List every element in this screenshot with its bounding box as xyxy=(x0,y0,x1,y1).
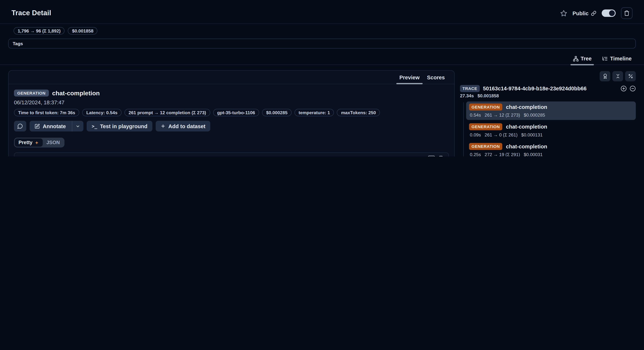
collapse-tree-button[interactable] xyxy=(630,86,636,92)
trace-root-row[interactable]: TRACE 50163c14-9784-4cb9-b18e-23e924d0bb… xyxy=(460,85,636,92)
observation-metrics: Time to first token: 7m 36s Latency: 0.5… xyxy=(14,109,449,116)
trace-row-icons xyxy=(620,86,636,92)
observation-body: GENERATION chat-completion 06/12/2024, 1… xyxy=(9,84,454,156)
tree-observation-row[interactable]: GENERATION chat-completion 0.09s 261 → 0… xyxy=(466,121,636,140)
tab-timeline-label: Timeline xyxy=(610,56,632,62)
comment-icon xyxy=(17,123,23,129)
observation-row-latency: 0.54s xyxy=(470,112,481,118)
observation-header: GENERATION chat-completion xyxy=(14,90,449,96)
metric-badge-latency: Latency: 0.54s xyxy=(82,109,122,116)
public-toggle[interactable] xyxy=(602,9,616,17)
format-pretty-button[interactable]: Pretty xyxy=(15,138,43,147)
observation-row-tokens: 272 → 19 (Σ 291) xyxy=(485,152,520,156)
trace-id: 50163c14-9784-4cb9-b18e-23e924d0bb66 xyxy=(483,86,586,92)
tree-observation-row[interactable]: GENERATION chat-completion 0.54s 261 → 1… xyxy=(466,102,636,120)
plus-icon xyxy=(161,124,166,128)
tab-scores[interactable]: Scores xyxy=(423,74,448,84)
observation-row-cost: $0.000285 xyxy=(524,112,545,118)
page-title: Trace Detail xyxy=(12,9,51,17)
expand-all-button[interactable] xyxy=(620,86,627,92)
observation-row-cost: $0.00031 xyxy=(524,152,543,156)
annotate-button[interactable]: Annotate xyxy=(30,121,84,132)
message-list: system M↓ You are a voice assistant for … xyxy=(14,152,449,156)
tree-icon xyxy=(573,56,578,61)
top-bar-actions: Public xyxy=(560,7,632,19)
observation-name: chat-completion xyxy=(52,90,100,96)
metrics-toggle-button[interactable] xyxy=(625,71,636,81)
test-in-playground-label: Test in playground xyxy=(100,123,148,129)
trace-stats: 27.34s $0.001858 xyxy=(460,93,636,98)
trace-summary-row: 1,796 → 96 (Σ 1,892) $0.001858 xyxy=(0,24,644,34)
observation-actions: Annotate >_ Test in playground xyxy=(14,121,449,132)
tree-observation-row[interactable]: GENERATION chat-completion 0.25s 272 → 1… xyxy=(466,141,636,156)
view-tabs: Tree Timeline xyxy=(0,56,644,65)
trace-type-badge: TRACE xyxy=(460,85,480,92)
chevron-down-icon xyxy=(76,124,80,128)
circle-minus-icon xyxy=(630,86,636,92)
content-area: Preview Scores GENERATION chat-completio… xyxy=(0,65,644,156)
percent-icon xyxy=(628,74,633,79)
observation-row-cost: $0.000131 xyxy=(521,132,542,137)
add-to-dataset-label: Add to dataset xyxy=(168,123,206,129)
message-role: system xyxy=(19,156,34,156)
public-label-text: Public xyxy=(572,10,588,16)
link-icon xyxy=(591,10,596,16)
tab-preview[interactable]: Preview xyxy=(396,74,423,84)
bookmark-star-button[interactable] xyxy=(560,10,567,17)
observation-row-name: chat-completion xyxy=(506,124,547,130)
edit-icon xyxy=(34,124,40,129)
panel-tabs: Preview Scores xyxy=(9,71,454,84)
metric-badge-model: gpt-35-turbo-1106 xyxy=(213,109,259,116)
metric-badge-maxtokens: maxTokens: 250 xyxy=(337,109,380,116)
tab-tree-label: Tree xyxy=(581,56,592,62)
metric-badge-ttft: Time to first token: 7m 36s xyxy=(14,109,79,116)
toggle-knob xyxy=(609,10,615,16)
trace-total-cost: $0.001858 xyxy=(478,93,499,98)
generation-type-badge: GENERATION xyxy=(469,104,502,110)
observation-row-latency: 0.09s xyxy=(470,132,481,137)
message-system: system M↓ You are a voice assistant for … xyxy=(14,152,449,156)
format-json-button[interactable]: JSON xyxy=(43,138,64,147)
star-icon xyxy=(560,10,567,17)
award-icon xyxy=(602,74,608,79)
comment-button[interactable] xyxy=(14,121,26,132)
terminal-icon: >_ xyxy=(92,124,97,129)
trace-latency: 27.34s xyxy=(460,93,474,98)
public-share-label: Public xyxy=(572,10,596,16)
observation-row-tokens: 261 → 0 (Σ 261) xyxy=(485,132,518,137)
annotate-dropdown-button[interactable] xyxy=(72,121,84,132)
circle-plus-icon xyxy=(620,86,627,92)
format-pretty-label: Pretty xyxy=(18,140,32,146)
timeline-icon xyxy=(602,56,608,61)
generation-type-badge: GENERATION xyxy=(469,123,502,130)
collapse-all-button[interactable] xyxy=(612,71,623,81)
observation-type-badge: GENERATION xyxy=(14,90,49,96)
observation-row-latency: 0.25s xyxy=(470,152,481,156)
tags-container[interactable]: Tags xyxy=(8,38,636,48)
observation-row-tokens: 261 → 12 (Σ 273) xyxy=(485,112,520,118)
observation-detail-card: Preview Scores GENERATION chat-completio… xyxy=(8,70,455,156)
observation-tree: GENERATION chat-completion 0.54s 261 → 1… xyxy=(460,102,636,156)
observation-timestamp: 06/12/2024, 18:37:47 xyxy=(14,99,449,106)
metric-badge-cost: $0.000285 xyxy=(262,109,292,116)
format-toggle: Pretty JSON xyxy=(14,138,64,148)
markdown-icon[interactable]: M↓ xyxy=(428,156,435,156)
observation-row-name: chat-completion xyxy=(506,144,547,150)
tab-timeline[interactable]: Timeline xyxy=(600,56,634,64)
copy-icon[interactable] xyxy=(439,156,444,156)
tags-label: Tags xyxy=(13,41,23,46)
collapse-icon xyxy=(615,74,620,79)
add-to-dataset-button[interactable]: Add to dataset xyxy=(156,121,210,132)
tab-tree[interactable]: Tree xyxy=(570,56,594,64)
delete-trace-button[interactable] xyxy=(621,7,632,19)
annotate-label: Annotate xyxy=(43,123,66,129)
scores-toggle-button[interactable] xyxy=(600,71,610,81)
generation-type-badge: GENERATION xyxy=(469,143,502,150)
observation-row-name: chat-completion xyxy=(506,104,547,110)
trace-detail-page: Trace Detail Public xyxy=(0,0,644,156)
test-in-playground-button[interactable]: >_ Test in playground xyxy=(87,121,152,132)
metric-badge-tokens: 261 prompt → 12 completion (Σ 273) xyxy=(124,109,210,116)
message-tools: M↓ xyxy=(428,156,444,156)
message-header: system M↓ xyxy=(14,153,448,156)
tree-toolbar xyxy=(460,71,636,81)
